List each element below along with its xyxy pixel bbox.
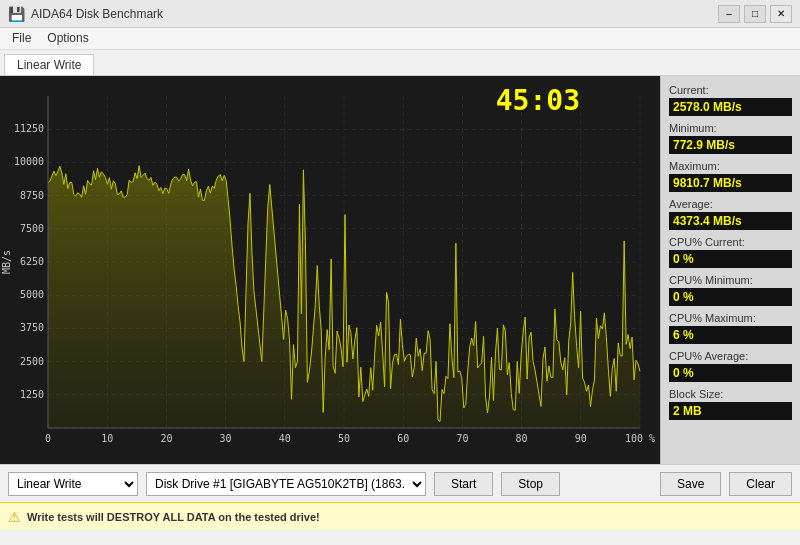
- close-button[interactable]: ✕: [770, 5, 792, 23]
- stat-cpu-maximum-value: 6 %: [669, 326, 792, 344]
- stat-cpu-minimum: CPU% Minimum: 0 %: [669, 274, 792, 306]
- stat-current-value: 2578.0 MB/s: [669, 98, 792, 116]
- stats-panel: Current: 2578.0 MB/s Minimum: 772.9 MB/s…: [660, 76, 800, 464]
- warning-text: Write tests will DESTROY ALL DATA on the…: [27, 511, 320, 523]
- clear-button[interactable]: Clear: [729, 472, 792, 496]
- warning-bar: ⚠ Write tests will DESTROY ALL DATA on t…: [0, 502, 800, 530]
- tab-bar: Linear Write: [0, 50, 800, 76]
- stat-block-size: Block Size: 2 MB: [669, 388, 792, 420]
- chart-area: 45:03: [0, 76, 660, 464]
- stat-minimum-label: Minimum:: [669, 122, 792, 134]
- minimize-button[interactable]: –: [718, 5, 740, 23]
- stat-cpu-average-value: 0 %: [669, 364, 792, 382]
- stat-cpu-current: CPU% Current: 0 %: [669, 236, 792, 268]
- stat-average-label: Average:: [669, 198, 792, 210]
- main-area: 45:03 Current: 2578.0 MB/s Minimum: 772.…: [0, 76, 800, 464]
- stat-minimum: Minimum: 772.9 MB/s: [669, 122, 792, 154]
- menu-file[interactable]: File: [4, 30, 39, 47]
- stat-current-label: Current:: [669, 84, 792, 96]
- stat-cpu-average-label: CPU% Average:: [669, 350, 792, 362]
- stat-cpu-average: CPU% Average: 0 %: [669, 350, 792, 382]
- window-controls: – □ ✕: [718, 5, 792, 23]
- stat-cpu-maximum: CPU% Maximum: 6 %: [669, 312, 792, 344]
- disk-dropdown[interactable]: Disk Drive #1 [GIGABYTE AG510K2TB] (1863…: [146, 472, 426, 496]
- warning-icon: ⚠: [8, 509, 21, 525]
- test-type-dropdown[interactable]: Linear Write: [8, 472, 138, 496]
- maximize-button[interactable]: □: [744, 5, 766, 23]
- bottom-controls: Linear Write Disk Drive #1 [GIGABYTE AG5…: [0, 464, 800, 502]
- benchmark-chart: [0, 76, 660, 464]
- menu-options[interactable]: Options: [39, 30, 96, 47]
- start-button[interactable]: Start: [434, 472, 493, 496]
- stat-cpu-current-label: CPU% Current:: [669, 236, 792, 248]
- stat-cpu-minimum-value: 0 %: [669, 288, 792, 306]
- stat-cpu-maximum-label: CPU% Maximum:: [669, 312, 792, 324]
- stat-minimum-value: 772.9 MB/s: [669, 136, 792, 154]
- stat-block-size-label: Block Size:: [669, 388, 792, 400]
- stat-maximum-label: Maximum:: [669, 160, 792, 172]
- save-button[interactable]: Save: [660, 472, 721, 496]
- stat-block-size-value: 2 MB: [669, 402, 792, 420]
- stat-cpu-current-value: 0 %: [669, 250, 792, 268]
- app-icon: 💾: [8, 6, 25, 22]
- stat-current: Current: 2578.0 MB/s: [669, 84, 792, 116]
- tab-linear-write[interactable]: Linear Write: [4, 54, 94, 75]
- window-title: AIDA64 Disk Benchmark: [31, 7, 718, 21]
- stop-button[interactable]: Stop: [501, 472, 560, 496]
- timer-display: 45:03: [496, 84, 580, 117]
- title-bar: 💾 AIDA64 Disk Benchmark – □ ✕: [0, 0, 800, 28]
- stat-maximum: Maximum: 9810.7 MB/s: [669, 160, 792, 192]
- stat-average: Average: 4373.4 MB/s: [669, 198, 792, 230]
- stat-average-value: 4373.4 MB/s: [669, 212, 792, 230]
- stat-cpu-minimum-label: CPU% Minimum:: [669, 274, 792, 286]
- menu-bar: File Options: [0, 28, 800, 50]
- stat-maximum-value: 9810.7 MB/s: [669, 174, 792, 192]
